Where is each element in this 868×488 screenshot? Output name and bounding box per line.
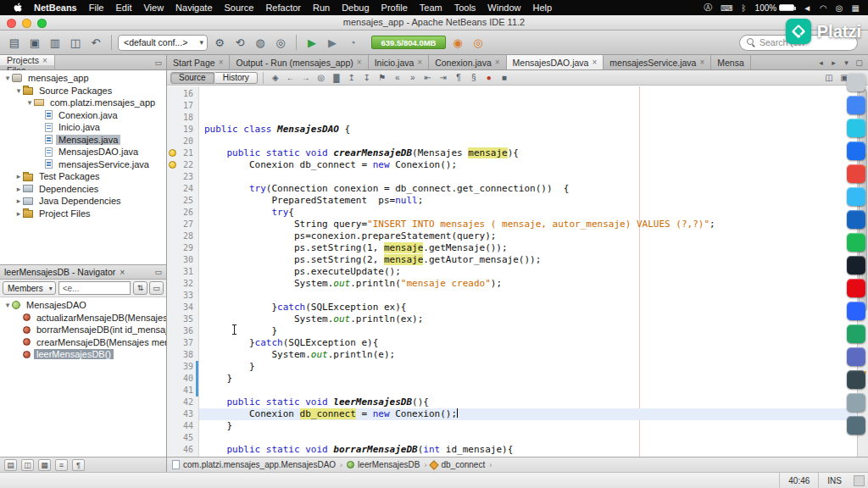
line-number[interactable]: 24 xyxy=(167,183,198,195)
menu-team[interactable]: Team xyxy=(414,3,448,13)
new-file-icon[interactable]: ▤ xyxy=(5,33,24,52)
code-line-35[interactable]: System.out.println(e); xyxy=(199,349,857,361)
undo-icon[interactable]: ↶ xyxy=(86,33,105,52)
close-icon[interactable]: × xyxy=(42,56,47,65)
editor-tab[interactable]: Mensa xyxy=(711,55,751,69)
memory-indicator[interactable]: 639.5/804.0MB xyxy=(371,36,446,49)
tree-item[interactable]: crearMensajeDB(Mensajes mensa xyxy=(0,336,166,349)
input-source-icon[interactable]: Ⓐ xyxy=(704,2,712,14)
last-edit-icon[interactable]: ◈ xyxy=(269,71,282,84)
close-icon[interactable]: × xyxy=(592,58,597,67)
code-line-33[interactable]: } xyxy=(199,325,857,337)
bluetooth-icon[interactable]: ᛒ xyxy=(742,3,747,13)
spotlight-icon[interactable]: ◎ xyxy=(836,3,843,13)
tree-item[interactable]: ▾Source Packages xyxy=(0,85,166,97)
gc-icon[interactable]: ◉ xyxy=(448,33,467,52)
breadcrumb-item[interactable]: com.platzi.mensajes_app.MensajesDAO xyxy=(172,460,336,469)
line-number[interactable]: 25 xyxy=(167,195,198,207)
dock-app-icon-9[interactable] xyxy=(847,256,865,274)
dock-app-icon-12[interactable] xyxy=(847,324,865,343)
code-line-31[interactable]: }catch(SQLException ex){ xyxy=(199,302,857,313)
editor-tab[interactable]: Inicio.java× xyxy=(369,55,430,69)
dock-app-icon-8[interactable] xyxy=(847,233,865,252)
shift-left-icon[interactable]: ⇤ xyxy=(421,71,435,84)
line-number[interactable]: 43 xyxy=(167,408,198,420)
chevron-down-icon[interactable]: ▾ xyxy=(14,86,23,95)
chevron-down-icon[interactable]: ▾ xyxy=(3,301,12,309)
dock-app-icon-1[interactable] xyxy=(847,73,865,92)
menu-file[interactable]: File xyxy=(83,3,110,13)
close-icon[interactable] xyxy=(120,267,125,277)
dock-app-icon-15[interactable] xyxy=(847,393,865,412)
line-number[interactable]: 38 xyxy=(167,349,198,361)
close-icon[interactable]: × xyxy=(495,58,500,67)
dock-app-icon-7[interactable] xyxy=(847,210,865,229)
shift-right-icon[interactable]: ⇥ xyxy=(437,71,450,84)
chevron-right-icon[interactable]: ▸ xyxy=(14,197,23,205)
previous-occurrence-icon[interactable]: ↥ xyxy=(345,71,359,84)
save-all-icon[interactable]: ◫ xyxy=(66,33,85,52)
tree-item[interactable]: borrarMensajeDB(int id_mensaje) xyxy=(0,324,166,336)
menu-refactor[interactable]: Refactor xyxy=(259,3,307,13)
build-project-icon[interactable]: ⚙ xyxy=(210,33,229,52)
code-line-29[interactable]: System.out.println("mensaje creado"); xyxy=(199,278,857,290)
menu-debug[interactable]: Debug xyxy=(336,3,375,13)
tree-item[interactable]: ▸Java Dependencies xyxy=(0,195,166,208)
tree-item[interactable]: ▾MensajesDAO xyxy=(0,299,166,312)
code-line-20[interactable] xyxy=(199,171,857,183)
battery-indicator[interactable]: 100% xyxy=(755,3,795,13)
editor-tab[interactable]: Conexion.java× xyxy=(429,55,506,69)
new-project-icon[interactable]: ▣ xyxy=(25,33,44,52)
line-number[interactable]: 21 xyxy=(167,147,198,159)
tree-item[interactable]: MensajesDAO.java xyxy=(0,146,166,158)
tree-item[interactable]: Mensajes.java xyxy=(0,134,166,147)
menu-run[interactable]: Run xyxy=(307,3,336,13)
hint-bulb-icon[interactable] xyxy=(169,149,176,157)
history-view-button[interactable]: History xyxy=(215,72,258,84)
line-number[interactable]: 34 xyxy=(167,302,198,313)
scroll-tabs-right-icon[interactable]: ▸ xyxy=(828,58,839,67)
line-number[interactable]: 35 xyxy=(167,313,198,325)
navigator-header[interactable]: leerMensajesDB - Navigator xyxy=(0,264,166,280)
dock-app-icon-11[interactable] xyxy=(847,302,865,320)
menu-edit[interactable]: Edit xyxy=(109,3,137,13)
find-selection-icon[interactable]: ◎ xyxy=(314,71,328,84)
dock-app-icon-16[interactable] xyxy=(847,416,865,435)
config-dropdown[interactable]: <default conf...> xyxy=(118,35,208,51)
menu-profile[interactable]: Profile xyxy=(376,3,414,13)
tree-item[interactable]: Inicio.java xyxy=(0,121,166,134)
code-line-34[interactable]: }catch(SQLException e){ xyxy=(199,337,857,349)
next-bookmark-icon[interactable]: » xyxy=(406,71,420,84)
line-number[interactable]: 42 xyxy=(167,396,198,408)
code-line-18[interactable]: public static void crearMensajeDB(Mensaj… xyxy=(199,147,857,159)
attach-icon[interactable]: ◎ xyxy=(271,33,290,52)
chevron-right-icon[interactable]: ▸ xyxy=(14,209,23,218)
code-line-25[interactable]: ps=conexion.prepareStatement(query); xyxy=(199,230,857,242)
line-number[interactable]: 26 xyxy=(167,207,198,219)
keyboard-icon[interactable]: ⌨ xyxy=(721,3,732,13)
editor-tab[interactable]: Output - Run (mensajes_app)× xyxy=(230,55,368,69)
clean-build-icon[interactable]: ⟲ xyxy=(231,33,249,52)
highlight-icon[interactable]: ▓ xyxy=(330,71,343,84)
scroll-tabs-left-icon[interactable]: ◂ xyxy=(815,58,826,67)
line-number[interactable]: 23 xyxy=(167,171,198,183)
minimize-panel-icon[interactable] xyxy=(154,268,162,276)
sort-alpha-icon[interactable]: ⇅ xyxy=(133,281,147,295)
dock-app-icon-5[interactable] xyxy=(847,164,865,183)
comment-icon[interactable]: ¶ xyxy=(452,71,465,84)
insert-mode-indicator[interactable]: INS xyxy=(818,473,850,488)
members-dropdown[interactable]: Members xyxy=(3,281,56,295)
web-icon[interactable]: ◍ xyxy=(251,33,270,52)
apple-menu-icon[interactable] xyxy=(8,3,28,14)
code-line-19[interactable]: Conexion db_connect = new Conexion(); xyxy=(199,159,857,171)
tree-item[interactable]: Conexion.java xyxy=(0,109,166,122)
line-number[interactable]: 30 xyxy=(167,254,198,266)
previous-bookmark-icon[interactable]: « xyxy=(391,71,404,84)
dock-app-icon-2[interactable] xyxy=(847,96,865,114)
tree-item[interactable]: actualizarMensajeDB(Mensajes m xyxy=(0,312,166,324)
uncomment-icon[interactable]: § xyxy=(467,71,481,84)
filter-icon[interactable]: ▭ xyxy=(149,281,164,295)
code-line-38[interactable] xyxy=(199,385,857,396)
code-line-36[interactable]: } xyxy=(199,361,857,373)
code-line-17[interactable] xyxy=(199,136,857,147)
